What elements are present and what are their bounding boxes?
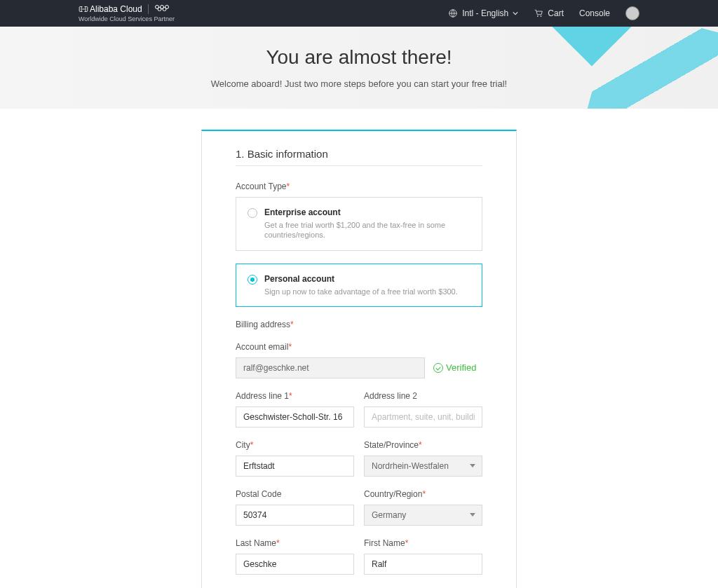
brand-area: Alibaba Cloud Worldwide Cloud Services P… [79, 4, 175, 23]
svg-point-6 [537, 15, 538, 17]
header: Alibaba Cloud Worldwide Cloud Services P… [0, 0, 718, 27]
hero: You are almost there! Welcome aboard! Ju… [0, 27, 718, 109]
olympic-rings-icon [154, 4, 170, 15]
radio-title: Enterprise account [264, 207, 470, 217]
svg-point-7 [541, 15, 542, 17]
alibaba-cloud-icon [79, 4, 88, 14]
account-type-enterprise[interactable]: Enterprise account Get a free trial wort… [236, 197, 482, 251]
brand-tagline: Worldwide Cloud Services Partner [79, 15, 175, 23]
city-input[interactable] [236, 456, 354, 477]
radio-desc: Sign up now to take advantage of a free … [264, 287, 458, 296]
country-label: Country/Region* [364, 489, 482, 499]
cart-icon [534, 8, 543, 18]
email-input [236, 357, 425, 378]
section-title: 1. Basic information [236, 148, 482, 160]
globe-icon [448, 8, 458, 18]
cart-link[interactable]: Cart [534, 8, 564, 18]
city-label: City* [236, 440, 354, 450]
section-divider [236, 165, 482, 166]
hero-subtitle: Welcome aboard! Just two more steps befo… [0, 78, 718, 89]
addr2-label: Address line 2 [364, 391, 482, 401]
console-link[interactable]: Console [579, 8, 610, 18]
lastname-input[interactable] [236, 554, 354, 575]
cart-label: Cart [548, 8, 564, 18]
brand-name: Alibaba Cloud [90, 4, 142, 14]
email-verified-badge: Verified [433, 362, 476, 373]
brand-divider [148, 4, 149, 14]
addr2-input[interactable] [364, 406, 482, 428]
chevron-down-icon [513, 11, 518, 16]
country-select[interactable] [364, 505, 482, 526]
postal-input[interactable] [236, 505, 354, 526]
lastname-label: Last Name* [236, 538, 354, 548]
email-label: Account email* [236, 342, 482, 352]
brand-logo[interactable]: Alibaba Cloud [79, 4, 142, 14]
addr1-label: Address line 1* [236, 391, 354, 401]
postal-label: Postal Code [236, 489, 354, 499]
console-label: Console [579, 8, 610, 18]
svg-point-3 [158, 7, 161, 11]
registration-card: 1. Basic information Account Type* Enter… [201, 130, 517, 588]
addr1-input[interactable] [236, 406, 354, 428]
check-circle-icon [433, 363, 443, 373]
firstname-input[interactable] [364, 554, 482, 575]
language-label: Intl - English [462, 8, 508, 18]
radio-icon [248, 208, 257, 218]
language-selector[interactable]: Intl - English [448, 8, 518, 18]
hero-title: You are almost there! [0, 46, 718, 69]
state-select[interactable] [364, 456, 482, 477]
account-type-label: Account Type* [236, 182, 482, 191]
state-label: State/Province* [364, 440, 482, 450]
radio-desc: Get a free trial worth $1,200 and the ta… [264, 220, 470, 240]
account-type-personal[interactable]: Personal account Sign up now to take adv… [236, 264, 482, 307]
radio-icon [248, 275, 257, 285]
billing-address-label: Billing address* [236, 320, 482, 329]
radio-title: Personal account [264, 274, 458, 284]
firstname-label: First Name* [364, 538, 482, 548]
profile-avatar[interactable] [625, 6, 639, 20]
svg-point-4 [163, 7, 166, 11]
